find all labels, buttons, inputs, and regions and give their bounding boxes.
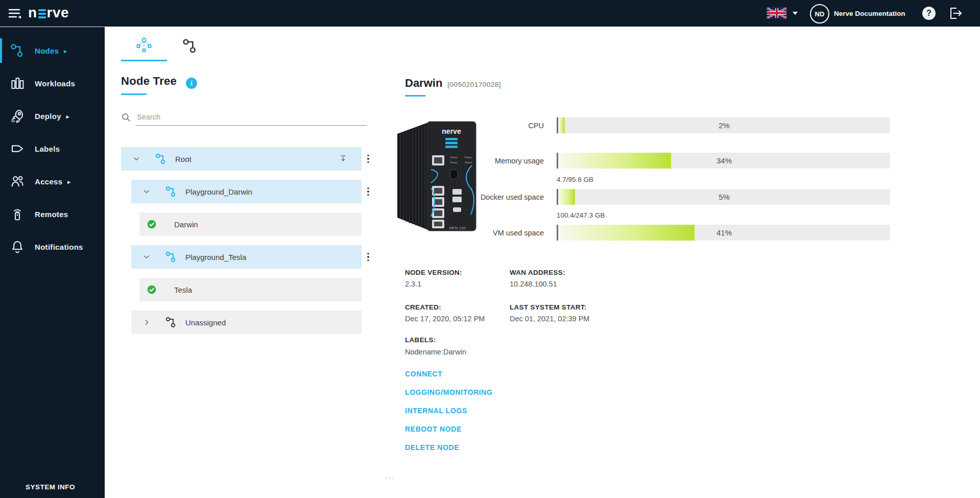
sidebar-item-access[interactable]: Access (0, 168, 105, 195)
field-value: Dec 17, 2020, 05:12 PM (405, 315, 485, 323)
access-users-icon (10, 174, 25, 189)
tab-node-tree[interactable] (121, 32, 167, 60)
sidebar-item-label: Access (35, 177, 62, 186)
brand-text-rest: rve (47, 5, 69, 21)
sidebar-item-label: Notifications (35, 243, 83, 251)
search-icon (121, 112, 131, 123)
row-menu-kebab-icon[interactable] (363, 147, 373, 171)
field-label: LABELS: (405, 336, 436, 344)
tree-row-playground-darwin[interactable]: Playground_Darwin (131, 180, 362, 203)
reboot-node-link[interactable]: REBOOT NODE (405, 425, 462, 433)
gauge-label: CPU (452, 117, 544, 133)
field-value: 10.248.100.51 (510, 280, 557, 288)
chevron-down-icon[interactable] (142, 187, 151, 196)
gauge-label: Docker used space (452, 189, 544, 205)
internal-logs-link[interactable]: INTERNAL LOGS (405, 407, 467, 415)
field-label: CREATED: (405, 303, 441, 311)
collapse-all-icon[interactable] (338, 154, 348, 164)
tree-view-icon (135, 37, 153, 55)
gauge-label: VM used space (452, 225, 544, 241)
node-name: Darwin (405, 77, 442, 89)
cpu-gauge: 2% (557, 117, 890, 133)
online-status-icon (147, 219, 157, 229)
field-value: Dec 01, 2021, 02:39 PM (510, 315, 589, 323)
logging-monitoring-link[interactable]: LOGGING/MONITORING (405, 388, 493, 396)
node-serial: [005020170028] (447, 81, 501, 88)
gauge-percent: 34% (558, 153, 890, 169)
info-icon[interactable]: i (186, 78, 197, 89)
field-label: NODE VERSION: (405, 269, 462, 276)
tree-row-playground-tesla[interactable]: Playground_Tesla (131, 245, 362, 269)
node-group-icon (155, 153, 167, 165)
nerve-management-system: n rve ND Nerve Documentation ? (0, 0, 980, 498)
nodes-icon (10, 43, 25, 58)
tree-row-tesla[interactable]: Tesla (139, 278, 362, 301)
chevron-right-icon[interactable] (142, 318, 151, 326)
sidebar-item-nodes[interactable]: Nodes (0, 37, 105, 64)
sidebar-item-notifications[interactable]: Notifications (0, 233, 105, 260)
brand-bars-icon (38, 9, 46, 18)
tree-node-label: Tesla (174, 286, 192, 294)
delete-node-link[interactable]: DELETE NODE (405, 443, 459, 452)
deploy-rocket-icon (10, 108, 25, 124)
user-avatar[interactable]: ND (810, 4, 829, 23)
active-tab-underline (121, 60, 167, 61)
logout-icon[interactable] (948, 6, 963, 20)
online-status-icon (147, 284, 157, 295)
node-detail-title: Darwin[005020170028] (405, 77, 501, 90)
workloads-icon (10, 76, 25, 91)
sidebar-item-deploy[interactable]: Deploy (0, 103, 105, 129)
sidebar-item-label: Remotes (35, 210, 68, 219)
node-group-icon (165, 185, 177, 198)
memory-gauge: 34% (557, 153, 890, 169)
help-icon[interactable]: ? (922, 7, 936, 20)
sidebar-item-labels[interactable]: Labels (0, 135, 105, 162)
chevron-down-icon[interactable] (142, 253, 151, 261)
row-menu-kebab-icon[interactable] (363, 180, 373, 203)
docker-space-gauge: 5% (557, 189, 890, 205)
node-group-icon (165, 316, 177, 328)
field-value: Nodename:Darwin (405, 348, 466, 356)
remotes-icon (10, 206, 25, 222)
search-input[interactable] (136, 109, 367, 126)
sidebar-item-remotes[interactable]: Remotes (0, 201, 105, 227)
labels-tag-icon (10, 141, 25, 156)
tab-node-list[interactable] (167, 32, 213, 60)
node-icon (182, 38, 198, 54)
gauge-percent: 2% (558, 117, 890, 133)
node-group-icon (165, 251, 177, 263)
tree-row-root[interactable]: Root (121, 147, 362, 171)
title-underline (121, 93, 147, 95)
tree-node-label: Playground_Tesla (185, 253, 246, 262)
language-dropdown-caret-icon[interactable] (793, 12, 798, 15)
vm-space-gauge: 41% (557, 225, 890, 241)
tree-row-unassigned[interactable]: Unassigned (131, 311, 362, 334)
sidebar-item-label: Deploy (35, 112, 61, 121)
tree-node-label: Playground_Darwin (185, 187, 252, 196)
nerve-logo[interactable]: n rve (28, 5, 69, 21)
menu-toggle-icon[interactable] (8, 7, 22, 20)
brand-text-n: n (28, 5, 37, 21)
gauge-label: Memory usage (452, 153, 544, 169)
system-info-link[interactable]: SYSTEM INFO (26, 483, 75, 491)
detail-title-underline (405, 95, 425, 97)
chevron-down-icon[interactable] (132, 155, 140, 163)
docs-link[interactable]: Nerve Documentation (834, 10, 905, 17)
field-label: LAST SYSTEM START: (510, 303, 587, 311)
sidebar-nav: Nodes Workloads Deploy (0, 27, 105, 498)
row-menu-kebab-icon[interactable] (363, 245, 373, 269)
gauge-sublabel: 4.7/95.8 GB (557, 176, 593, 183)
notifications-bell-icon (10, 239, 25, 254)
sidebar-item-workloads[interactable]: Workloads (0, 70, 105, 97)
tree-row-darwin[interactable]: Darwin (139, 212, 362, 236)
panel-drag-handle[interactable]: ⋯ (385, 472, 396, 484)
connect-link[interactable]: CONNECT (405, 370, 442, 378)
device-photo-mfn100: nerve PowerPowerResetStatus MFN 100 (393, 116, 479, 236)
tree-node-label: Unassigned (185, 318, 226, 327)
gauge-percent: 41% (558, 225, 890, 241)
page-title: Node Tree (121, 75, 177, 88)
tree-node-label: Root (175, 155, 192, 163)
field-label: WAN ADDRESS: (510, 269, 565, 276)
sidebar-item-label: Nodes (35, 46, 59, 55)
language-flag-uk-icon[interactable] (767, 8, 786, 18)
